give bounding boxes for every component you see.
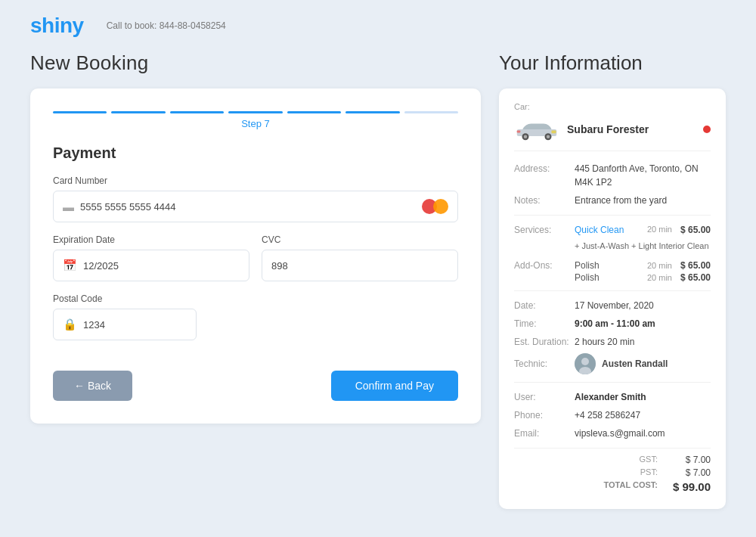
expiration-group: Expiration Date 📅 <box>53 234 249 281</box>
gst-value: $ 7.00 <box>673 455 711 465</box>
main-container: New Booking Step 7 Payment Card Number ▬ <box>0 51 756 532</box>
step-label: Step 7 <box>53 118 458 129</box>
postal-input[interactable] <box>83 319 210 331</box>
address-key: Address: <box>514 162 575 189</box>
calendar-icon: 📅 <box>63 259 77 272</box>
phone-value: +4 258 2586247 <box>575 408 711 422</box>
info-card: Car: Subaru Forester Address: <box>499 88 726 509</box>
addon-2-price: $ 65.00 <box>677 272 711 283</box>
card-number-label: Card Number <box>53 175 458 186</box>
expiration-input[interactable] <box>83 260 240 272</box>
car-name: Subaru Forester <box>567 123 696 135</box>
postal-wrapper[interactable]: 🔒 <box>53 309 197 340</box>
date-value: 17 November, 2020 <box>575 299 711 312</box>
addon-2-name: Polish <box>575 272 642 283</box>
step-3 <box>170 111 224 113</box>
totals-section: GST: $ 7.00 PST: $ 7.00 TOTAL cost: $ 99… <box>514 448 711 493</box>
total-row: TOTAL cost: $ 99.00 <box>514 480 711 493</box>
addon-row-1: Add-Ons: Polish 20 min $ 65.00 <box>514 260 711 271</box>
service-price: $ 65.00 <box>677 223 711 237</box>
technic-row: Technic: Austen Randall <box>514 353 711 374</box>
services-row: Services: Quick Clean 20 min $ 65.00 + J… <box>514 223 711 256</box>
lock-icon: 🔒 <box>63 318 77 331</box>
gst-label: GST: <box>612 455 658 465</box>
step-bar <box>53 111 458 113</box>
logo: shiny <box>30 14 84 38</box>
postal-label: Postal Code <box>53 293 458 304</box>
svg-point-2 <box>524 135 528 139</box>
avatar <box>575 353 596 374</box>
step-1 <box>53 111 107 113</box>
info-title: Your Information <box>499 51 726 75</box>
card-actions: ← Back Confirm and Pay <box>53 371 458 401</box>
card-circle-orange <box>433 199 448 214</box>
time-key: Time: <box>514 317 575 331</box>
confirm-button[interactable]: Confirm and Pay <box>331 371 458 401</box>
step-2 <box>111 111 165 113</box>
booking-title: New Booking <box>30 51 481 75</box>
card-number-group: Card Number ▬ <box>53 175 458 222</box>
services-key: Services: <box>514 223 575 256</box>
duration-key: Est. Duration: <box>514 335 575 349</box>
card-brand <box>422 199 448 214</box>
date-row: Date: 17 November, 2020 <box>514 299 711 312</box>
svg-point-4 <box>547 135 550 139</box>
service-main-row: Quick Clean 20 min $ 65.00 <box>575 223 711 237</box>
address-value: 445 Danforth Ave, Toronto, ON M4K 1P2 <box>575 162 711 189</box>
back-button[interactable]: ← Back <box>53 371 132 401</box>
svg-rect-5 <box>552 131 556 134</box>
service-sub-row: + Just-A-Wash + Light Interior Clean <box>575 240 711 253</box>
service-name: Quick Clean <box>575 223 642 237</box>
pst-row: PST: $ 7.00 <box>514 467 711 478</box>
technic-name: Austen Randall <box>602 357 668 371</box>
exp-cvc-row: Expiration Date 📅 CVC <box>53 234 458 293</box>
card-number-wrapper[interactable]: ▬ <box>53 191 458 222</box>
addon-1-duration: 20 min <box>642 261 672 270</box>
service-sub: + Just-A-Wash + Light Interior Clean <box>575 240 711 253</box>
duration-row: Est. Duration: 2 hours 20 min <box>514 335 711 349</box>
user-value: Alexander Smith <box>575 390 711 404</box>
phone-row: Phone: +4 258 2586247 <box>514 408 711 422</box>
step-4 <box>228 111 282 113</box>
time-row: Time: 9:00 am - 11:00 am <box>514 317 711 331</box>
total-value: $ 99.00 <box>673 480 711 493</box>
notes-row: Notes: Entrance from the yard <box>514 194 711 207</box>
phone-key: Phone: <box>514 408 575 422</box>
email-value: vipsleva.s@gmail.com <box>575 427 711 440</box>
postal-group: Postal Code 🔒 <box>53 293 458 340</box>
booking-card: Step 7 Payment Card Number ▬ Expiration … <box>30 88 481 424</box>
cvc-label: CVC <box>262 234 458 245</box>
service-duration: 20 min <box>642 223 672 236</box>
cvc-input[interactable] <box>271 260 448 272</box>
call-text: Call to book: 844-88-0458254 <box>107 20 226 31</box>
technic-detail: Austen Randall <box>575 353 668 374</box>
step-6 <box>345 111 399 113</box>
total-label: TOTAL cost: <box>603 480 658 493</box>
svg-point-8 <box>581 358 589 365</box>
expiration-label: Expiration Date <box>53 234 249 245</box>
svg-rect-6 <box>517 131 521 133</box>
cvc-wrapper[interactable] <box>262 250 458 281</box>
email-row: Email: vipsleva.s@gmail.com <box>514 427 711 440</box>
car-label: Car: <box>514 102 711 111</box>
step-7 <box>404 111 458 113</box>
time-value: 9:00 am - 11:00 am <box>575 317 711 331</box>
pst-value: $ 7.00 <box>673 467 711 478</box>
addon-1-name: Polish <box>575 260 642 271</box>
step-5 <box>287 111 341 113</box>
address-row: Address: 445 Danforth Ave, Toronto, ON M… <box>514 162 711 189</box>
gst-row: GST: $ 7.00 <box>514 455 711 465</box>
technic-key: Technic: <box>514 357 575 371</box>
addon-1-price: $ 65.00 <box>677 260 711 271</box>
pst-label: PST: <box>612 467 658 478</box>
header: shiny Call to book: 844-88-0458254 <box>0 0 756 51</box>
addons-key: Add-Ons: <box>514 260 575 271</box>
user-row: User: Alexander Smith <box>514 390 711 404</box>
user-key: User: <box>514 390 575 404</box>
payment-title: Payment <box>53 144 458 162</box>
services-detail: Quick Clean 20 min $ 65.00 + Just-A-Wash… <box>575 223 711 256</box>
notes-value: Entrance from the yard <box>575 194 711 207</box>
expiration-wrapper[interactable]: 📅 <box>53 250 249 281</box>
cvc-group: CVC <box>262 234 458 281</box>
card-number-input[interactable] <box>80 201 422 213</box>
